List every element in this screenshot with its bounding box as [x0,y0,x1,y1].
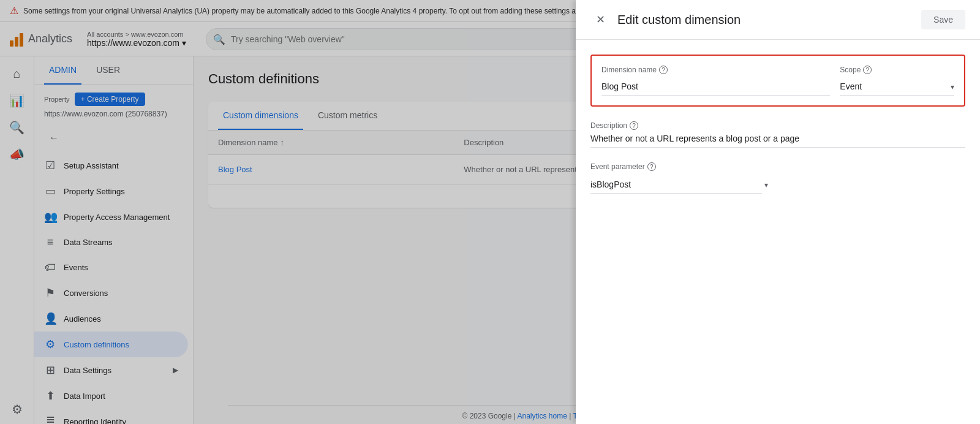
dimension-name-input[interactable] [601,78,830,96]
event-parameter-select[interactable]: isBlogPost [590,176,762,194]
event-param-select-wrapper: isBlogPost ▾ [590,176,965,194]
description-input[interactable] [590,130,965,148]
scope-select-wrapper: Event User ▾ [840,78,954,96]
dimension-name-help-icon[interactable]: ? [659,66,668,74]
event-param-chevron-down-icon: ▾ [764,181,768,189]
modal-title: Edit custom dimension [617,13,741,27]
event-parameter-section: Event parameter ? isBlogPost ▾ [590,162,965,194]
modal-header: ✕ Edit custom dimension Save [576,0,980,40]
event-parameter-help-icon[interactable]: ? [647,162,656,171]
scope-select[interactable]: Event User [840,78,954,96]
description-label: Description ? [590,121,965,130]
event-parameter-label: Event parameter ? [590,162,965,171]
close-button[interactable]: ✕ [590,10,610,29]
dimension-name-label: Dimension name ? [601,66,830,74]
form-group-dimension-name: Dimension name ? [601,66,830,96]
description-help-icon[interactable]: ? [630,121,638,130]
form-row-name-scope: Dimension name ? Scope ? Event User ▾ [590,55,965,107]
scope-label: Scope ? [840,66,954,74]
scope-help-icon[interactable]: ? [863,66,872,74]
form-section-description: Description ? [590,121,965,148]
form-group-scope: Scope ? Event User ▾ [840,66,954,96]
modal-body: Dimension name ? Scope ? Event User ▾ [576,40,980,424]
save-button[interactable]: Save [921,10,965,29]
modal-panel: ✕ Edit custom dimension Save Dimension n… [576,0,980,424]
dim-overlay [0,0,576,424]
